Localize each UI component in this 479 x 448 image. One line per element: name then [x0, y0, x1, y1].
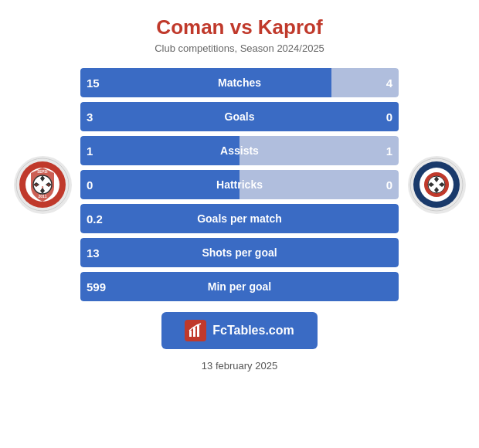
right-logo-circle: BOTOSANI FUTBAL CLUB — [408, 156, 466, 214]
stat-left-val-1: 3 — [87, 110, 93, 124]
svg-text:BOTOSANI: BOTOSANI — [428, 203, 444, 207]
svg-rect-18 — [197, 325, 199, 337]
page-container: Coman vs Kaprof Club competitions, Seaso… — [0, 0, 479, 448]
stat-label-6: Min per goal — [208, 280, 271, 293]
svg-text:S: S — [42, 185, 44, 189]
stat-row-1: 3Goals0 — [80, 102, 399, 131]
svg-rect-17 — [193, 328, 195, 337]
stat-bar-4: 0.2Goals per match — [80, 204, 399, 233]
stat-label-1: Goals — [225, 110, 255, 123]
stat-left-val-4: 0.2 — [87, 212, 103, 226]
stat-label-0: Matches — [218, 76, 261, 89]
fctables-icon — [185, 320, 206, 341]
stat-label-5: Shots per goal — [202, 246, 277, 259]
stat-left-val-2: 1 — [87, 144, 93, 158]
stat-row-6: 599Min per goal — [80, 272, 399, 301]
svg-text:2011: 2011 — [38, 194, 46, 199]
stat-label-4: Goals per match — [197, 212, 282, 225]
stat-row-5: 13Shots per goal — [80, 238, 399, 267]
stat-right-val-2: 1 — [386, 144, 392, 158]
stat-bar-5: 13Shots per goal — [80, 238, 399, 267]
stats-area: 15Matches43Goals01Assists10Hattricks00.2… — [77, 68, 402, 301]
left-club-logo: 2011 SEPSI O S K — [8, 156, 77, 214]
page-subtitle: Club competitions, Season 2024/2025 — [155, 42, 324, 54]
left-logo-circle: 2011 SEPSI O S K — [14, 156, 72, 214]
stat-left-val-6: 599 — [87, 280, 106, 294]
stat-row-3: 0Hattricks0 — [80, 170, 399, 199]
stat-bar-0: 15Matches4 — [80, 68, 399, 97]
fctables-text: FcTables.com — [212, 324, 294, 338]
main-content: 2011 SEPSI O S K 15Matches43Goals01Assis… — [8, 68, 471, 301]
stat-bar-2: 1Assists1 — [80, 136, 399, 165]
stat-left-val-3: 0 — [87, 178, 93, 192]
fctables-banner: FcTables.com — [161, 312, 318, 349]
stat-row-4: 0.2Goals per match — [80, 204, 399, 233]
stat-bar-6: 599Min per goal — [80, 272, 399, 301]
stat-right-val-3: 0 — [386, 178, 392, 192]
stat-right-val-0: 4 — [386, 76, 392, 90]
stat-bar-3: 0Hattricks0 — [80, 170, 399, 199]
right-club-logo: BOTOSANI FUTBAL CLUB — [402, 156, 471, 214]
stat-bar-1: 3Goals0 — [80, 102, 399, 131]
stat-label-2: Assists — [220, 144, 259, 157]
svg-text:FUTBAL CLUB: FUTBAL CLUB — [426, 164, 447, 168]
stat-row-0: 15Matches4 — [80, 68, 399, 97]
stat-label-3: Hattricks — [216, 178, 263, 191]
svg-text:K: K — [48, 183, 50, 187]
stat-right-val-1: 0 — [386, 110, 392, 124]
svg-text:SEPSI: SEPSI — [37, 170, 47, 174]
svg-text:O: O — [35, 183, 37, 187]
page-title: Coman vs Kaprof — [156, 15, 322, 39]
svg-rect-16 — [189, 331, 192, 337]
stat-left-val-5: 13 — [87, 246, 100, 260]
footer-date: 13 february 2025 — [202, 360, 277, 372]
stat-row-2: 1Assists1 — [80, 136, 399, 165]
stat-left-val-0: 15 — [87, 76, 100, 90]
